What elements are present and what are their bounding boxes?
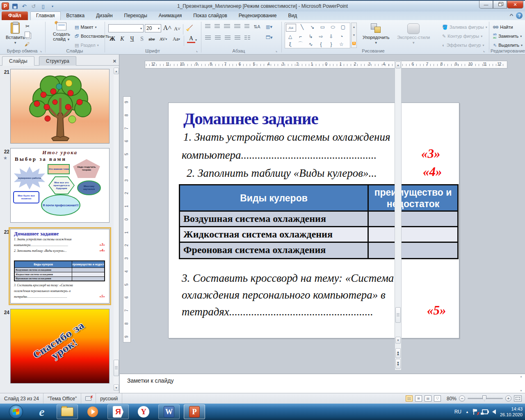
tab-review[interactable]: Рецензирование — [233, 11, 283, 20]
clock[interactable]: 14:43 26.10.2020 — [500, 406, 523, 418]
slide-counter[interactable]: Слайд 23 из 24 — [0, 393, 43, 404]
shape-textbox-icon[interactable]: A≡ — [286, 24, 296, 32]
notes-pane[interactable]: Заметки к слайду ▲ ▼ — [120, 374, 525, 393]
bold-button[interactable]: Ж — [108, 35, 116, 43]
tab-view[interactable]: Вид — [283, 11, 303, 20]
shape-oval-icon[interactable]: ⬭ — [328, 23, 338, 31]
notes-splitter[interactable] — [120, 370, 525, 374]
shape-elbow-connector-icon[interactable]: ⌐ — [295, 32, 306, 40]
text-shadow-button[interactable]: S — [138, 35, 146, 43]
slide-grade4[interactable]: «4» — [423, 164, 442, 179]
tab-animations[interactable]: Анимация — [153, 11, 187, 20]
notes-scroll-up-icon[interactable]: ▲ — [518, 375, 524, 378]
theme-name[interactable]: "Тема Office" — [43, 393, 81, 404]
clipboard-dialog-launcher[interactable]: ⌞ — [40, 49, 44, 53]
thumbnail-slide-23[interactable]: Домашнее задание 1. Знать устройство сис… — [10, 229, 110, 304]
tab-outline-panel[interactable]: Структура — [39, 56, 76, 66]
panel-close-icon[interactable]: ✕ — [113, 59, 116, 64]
tab-slides-panel[interactable]: Слайды — [2, 56, 34, 66]
align-text-icon[interactable]: ▥▾ — [266, 24, 272, 30]
layout-button[interactable]: ▤ Макет▾ — [75, 23, 97, 31]
tray-expand-icon[interactable]: ▲ — [466, 410, 469, 414]
slide-item3c[interactable]: тетрадях................................… — [182, 306, 373, 318]
font-color-button[interactable]: А — [187, 35, 195, 43]
taskbar-yandex-search[interactable]: Я — [107, 404, 129, 419]
tab-design[interactable]: Дизайн — [90, 11, 118, 20]
collapse-ribbon-icon[interactable]: ^ — [509, 14, 513, 18]
shape-elbow-arrow-icon[interactable]: ↳ — [306, 32, 316, 40]
copy-icon[interactable] — [25, 32, 30, 38]
italic-button[interactable]: К — [118, 35, 126, 43]
align-right-icon[interactable] — [225, 36, 231, 41]
zoom-slider-thumb[interactable] — [482, 395, 486, 401]
shape-arc-icon[interactable]: ⌒ — [295, 40, 306, 48]
shape-scribble-icon[interactable]: ξ — [285, 40, 295, 48]
slide-grade3[interactable]: «3» — [421, 146, 441, 161]
shape-right-arrow-icon[interactable]: ⇨ — [316, 32, 326, 40]
table-header-col1[interactable]: Виды кулеров — [180, 185, 368, 211]
drawing-dialog-launcher[interactable]: ⌞ — [483, 49, 487, 53]
shape-down-arrow-icon[interactable]: ⇩ — [326, 32, 336, 40]
thumbnail-slide-24[interactable]: Спасибо за урок! — [10, 309, 110, 383]
font-size-combo[interactable]: 20▾ — [145, 24, 161, 32]
previous-slide-button[interactable]: ▲▲ — [395, 348, 401, 358]
tab-insert[interactable]: Вставка — [61, 11, 91, 20]
slide-item3a[interactable]: 3. Составить кроссворд на тему: «Система — [182, 272, 394, 285]
slide-grade5[interactable]: «5» — [427, 303, 446, 318]
table-cell-empty[interactable] — [368, 211, 458, 227]
table-cell-empty[interactable] — [368, 227, 458, 242]
keyboard-language[interactable]: RU — [454, 409, 461, 415]
select-button[interactable]: ⇖ Выделить▾ — [493, 41, 523, 49]
font-color-arrow[interactable]: ▾ — [195, 38, 197, 42]
slide-canvas[interactable]: Домашнее задание 1. Знать устройство сис… — [168, 103, 459, 338]
shape-right-brace-icon[interactable]: } — [326, 40, 336, 48]
table-cell[interactable]: Жидкостная система охлаждения — [180, 227, 368, 242]
taskbar-internet-explorer[interactable]: e — [31, 404, 52, 419]
main-scrollbar[interactable]: ▲ ▼ ▲▲ ▼▼ — [395, 61, 402, 370]
taskbar-powerpoint[interactable]: P — [184, 404, 205, 419]
cut-icon[interactable]: ✂ — [25, 23, 30, 29]
language-status[interactable]: русский — [96, 393, 122, 404]
increase-indent-icon[interactable] — [234, 24, 240, 30]
panel-scrollbar[interactable]: ▲ ▼ — [114, 68, 119, 392]
shape-fill-button[interactable]: 🪣 Заливка фигуры▾ — [442, 23, 487, 31]
reading-view-icon[interactable]: ▤ — [425, 395, 431, 402]
format-painter-icon[interactable]: 🖌 — [25, 41, 30, 47]
slide-item1[interactable]: 1. Знать устройство системы охлаждения — [183, 131, 390, 144]
smartart-convert-icon[interactable]: 🗖▾ — [266, 35, 273, 40]
shape-triangle-icon[interactable]: △ — [285, 32, 295, 40]
shape-effects-button[interactable]: ◐ Эффекты фигур▾ — [442, 41, 484, 49]
grow-font-icon[interactable]: А˄ — [163, 24, 171, 32]
help-icon[interactable]: ? — [516, 12, 523, 19]
scroll-down-icon[interactable]: ▼ — [395, 337, 401, 344]
shape-left-brace-icon[interactable]: { — [316, 40, 326, 48]
close-button[interactable]: ✕ — [507, 1, 523, 9]
minimize-button[interactable]: — — [479, 1, 493, 9]
new-slide-button[interactable]: ✹ Создатьслайд ▼ — [50, 23, 73, 42]
notes-scroll-down-icon[interactable]: ▼ — [518, 389, 524, 392]
restore-button[interactable] — [493, 1, 507, 9]
bullets-icon[interactable] — [205, 24, 210, 30]
notes-placeholder[interactable]: Заметки к слайду — [127, 377, 173, 384]
table-cell[interactable]: Воздушная система охлаждения — [180, 211, 368, 227]
font-name-combo[interactable]: ▾ — [108, 24, 144, 32]
fit-slide-to-window-icon[interactable] — [514, 395, 522, 402]
taskbar-yandex-browser[interactable]: Y — [133, 404, 154, 419]
paragraph-dialog-launcher[interactable]: ⌞ — [276, 49, 280, 53]
taskbar-media-player[interactable] — [82, 404, 103, 419]
decrease-indent-icon[interactable] — [224, 24, 230, 30]
notes-scrollbar[interactable]: ▲ ▼ — [518, 375, 524, 392]
taskbar-file-explorer[interactable] — [57, 404, 78, 419]
table-cell-empty[interactable] — [368, 242, 458, 259]
slide-table[interactable]: Виды кулеров преимущество и недостаток В… — [179, 184, 459, 259]
zoom-percentage[interactable]: 80% — [447, 396, 457, 402]
action-center-flag-icon[interactable]: ✗ — [473, 409, 478, 415]
shrink-font-icon[interactable]: А˅ — [173, 25, 181, 33]
columns-icon[interactable] — [244, 36, 250, 41]
slide-sorter-view-icon[interactable]: ⊞ — [415, 395, 422, 402]
replace-button[interactable]: abac Заменить▾ — [493, 32, 522, 40]
normal-view-icon[interactable]: ▯▯ — [406, 395, 413, 402]
scroll-up-icon[interactable]: ▲ — [395, 62, 401, 68]
font-dialog-launcher[interactable]: ⌞ — [196, 49, 200, 53]
shape-arrow-icon[interactable]: ↘ — [307, 23, 317, 31]
